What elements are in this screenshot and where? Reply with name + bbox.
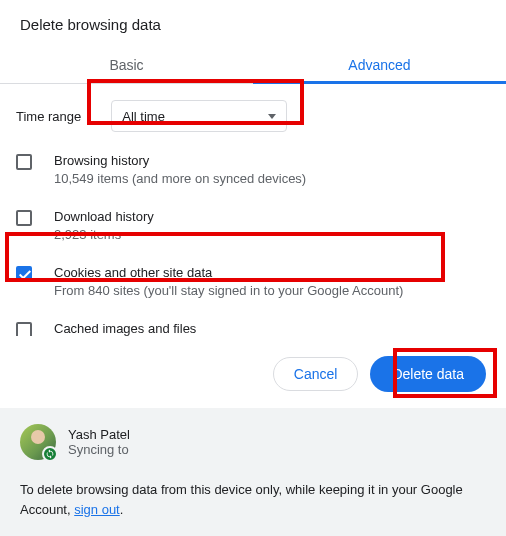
list-item: Cookies and other site data From 840 sit… bbox=[0, 254, 506, 310]
button-row: Cancel Delete data bbox=[0, 336, 506, 408]
checkbox-cookies[interactable] bbox=[16, 266, 32, 282]
chevron-down-icon bbox=[268, 114, 276, 119]
checkbox-browsing-history[interactable] bbox=[16, 154, 32, 170]
data-list-scroll[interactable]: Time range All time Browsing history 10,… bbox=[0, 84, 506, 336]
time-range-value: All time bbox=[122, 109, 165, 124]
list-item: Browsing history 10,549 items (and more … bbox=[0, 142, 506, 198]
avatar bbox=[20, 424, 56, 460]
delete-data-button[interactable]: Delete data bbox=[370, 356, 486, 392]
dialog-title: Delete browsing data bbox=[0, 0, 506, 45]
item-subtitle: 2,923 items bbox=[54, 226, 154, 244]
item-title: Cookies and other site data bbox=[54, 264, 403, 282]
sign-out-link[interactable]: sign out bbox=[74, 502, 120, 517]
user-row: Yash Patel Syncing to bbox=[20, 424, 486, 460]
tabs: Basic Advanced bbox=[0, 45, 506, 84]
sync-badge-icon bbox=[42, 446, 58, 462]
item-subtitle: From 840 sites (you'll stay signed in to… bbox=[54, 282, 403, 300]
time-range-dropdown[interactable]: All time bbox=[111, 100, 287, 132]
footer-note-suffix: . bbox=[120, 502, 124, 517]
time-range-row: Time range All time bbox=[0, 84, 506, 142]
list-item: Cached images and files 319 MB bbox=[0, 310, 506, 336]
checkbox-download-history[interactable] bbox=[16, 210, 32, 226]
user-sync-status: Syncing to bbox=[68, 442, 130, 457]
tab-basic[interactable]: Basic bbox=[0, 45, 253, 83]
tab-advanced[interactable]: Advanced bbox=[253, 45, 506, 83]
item-subtitle: 10,549 items (and more on synced devices… bbox=[54, 170, 306, 188]
cancel-button[interactable]: Cancel bbox=[273, 357, 359, 391]
footer: Yash Patel Syncing to To delete browsing… bbox=[0, 408, 506, 536]
footer-note: To delete browsing data from this device… bbox=[20, 480, 486, 520]
list-item: Download history 2,923 items bbox=[0, 198, 506, 254]
checkbox-cached-images[interactable] bbox=[16, 322, 32, 336]
item-title: Download history bbox=[54, 208, 154, 226]
item-title: Cached images and files bbox=[54, 320, 196, 336]
time-range-label: Time range bbox=[16, 109, 81, 124]
user-name: Yash Patel bbox=[68, 427, 130, 442]
item-title: Browsing history bbox=[54, 152, 306, 170]
delete-browsing-data-dialog: Delete browsing data Basic Advanced Time… bbox=[0, 0, 506, 536]
